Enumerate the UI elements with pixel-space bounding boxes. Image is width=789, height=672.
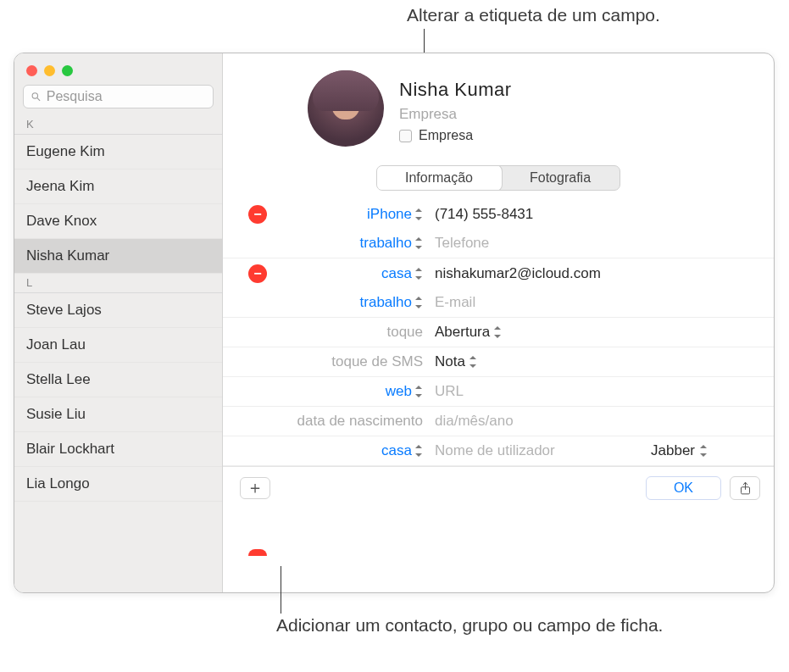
popup-arrows-icon [414,386,423,397]
search-box[interactable] [23,85,214,108]
remove-email-button[interactable]: − [248,264,267,283]
callout-bottom-line [281,566,281,614]
tab-info[interactable]: Informação [376,165,502,191]
texttone-value[interactable]: Nota [426,353,757,370]
label-popup-iphone[interactable]: iPhone [274,206,426,223]
email-work-value[interactable]: E-mail [426,294,757,311]
popup-arrows-icon [493,326,502,338]
ok-button[interactable]: OK [646,476,721,500]
popup-arrows-icon [469,356,477,368]
im-placeholder: Nome de utilizador [435,442,555,459]
label-popup-phone-work[interactable]: trabalho [274,235,426,252]
sidebar: K Eugene Kim Jeena Kim Dave Knox Nisha K… [14,53,223,592]
label-iphone-text: iPhone [367,206,412,223]
contact-row-steve-lajos[interactable]: Steve Lajos [14,293,222,328]
search-icon [31,91,42,103]
svg-point-0 [32,93,37,98]
label-popup-im[interactable]: casa [274,442,426,459]
window-controls [14,53,222,85]
contact-row-dave-knox[interactable]: Dave Knox [14,204,222,239]
contact-row-lia-longo[interactable]: Lia Longo [14,467,222,502]
label-web-text: web [386,383,412,400]
im-service-popup[interactable]: Jabber [651,442,708,459]
field-row-email-home: − casa nishakumar2@icloud.com [223,258,774,288]
remove-spacer [248,293,267,312]
section-header-k: K [14,115,222,135]
phone-iphone-value[interactable]: (714) 555-8431 [426,206,757,223]
label-popup-email-home[interactable]: casa [274,265,426,282]
share-button[interactable] [730,476,760,500]
contact-row-eugene-kim[interactable]: Eugene Kim [14,135,222,169]
email-home-text: nishakumar2@icloud.com [435,265,601,282]
fields-list: − iPhone (714) 555-8431 trabalho Telefon… [223,199,774,592]
close-window-button[interactable] [26,65,37,76]
contact-row-nisha-kumar[interactable]: Nisha Kumar [14,239,222,274]
ringtone-text: Abertura [435,324,490,341]
texttone-text: Nota [435,353,465,370]
tab-photo[interactable]: Fotografia [501,166,620,190]
label-birthday: data de nascimento [274,413,426,430]
add-button[interactable]: ＋ [240,477,270,499]
contact-row-blair-lockhart[interactable]: Blair Lockhart [14,432,222,467]
fullscreen-window-button[interactable] [62,65,73,76]
company-field[interactable]: Empresa [399,106,512,123]
popup-arrows-icon [414,297,423,308]
label-email-work-text: trabalho [360,294,412,311]
search-container [14,85,222,115]
contact-name[interactable]: Nisha Kumar [399,79,512,101]
search-input[interactable] [47,89,206,104]
im-value[interactable]: Nome de utilizador Jabber [426,442,757,459]
tabs-segmented-control: Informação Fotografia [376,165,620,191]
web-placeholder: URL [435,383,464,400]
label-phone-work-text: trabalho [360,235,412,252]
label-popup-email-work[interactable]: trabalho [274,294,426,311]
field-row-email-work: trabalho E-mail [223,288,774,318]
remove-spacer [248,323,267,342]
remove-spacer [248,442,267,460]
field-row-phone-work: trabalho Telefone [223,229,774,258]
field-row-birthday: data de nascimento dia/mês/ano [223,407,774,436]
label-ringtone: toque [274,324,426,341]
label-ringtone-text: toque [386,324,423,341]
contact-list[interactable]: K Eugene Kim Jeena Kim Dave Knox Nisha K… [14,115,222,592]
birthday-placeholder: dia/mês/ano [435,413,514,430]
im-service-text: Jabber [651,442,695,459]
popup-arrows-icon [414,268,423,280]
contact-row-joan-lau[interactable]: Joan Lau [14,328,222,363]
contact-row-jeena-kim[interactable]: Jeena Kim [14,169,222,204]
birthday-value[interactable]: dia/mês/ano [426,413,757,430]
popup-arrows-icon [414,445,423,457]
company-checkbox-label: Empresa [419,128,473,143]
remove-spacer [248,382,267,401]
email-home-value[interactable]: nishakumar2@icloud.com [426,265,757,282]
callout-bottom-label: Adicionar um contacto, grupo ou campo de… [276,614,663,637]
remove-spacer [248,234,267,253]
web-value[interactable]: URL [426,383,757,400]
label-birthday-text: data de nascimento [297,413,423,430]
remove-spacer [248,353,267,371]
avatar[interactable] [308,70,384,147]
tabs-row: Informação Fotografia [223,155,774,199]
label-texttone: toque de SMS [274,353,426,370]
contacts-window: K Eugene Kim Jeena Kim Dave Knox Nisha K… [14,53,775,593]
label-texttone-text: toque de SMS [331,353,423,370]
section-header-l: L [14,274,222,293]
field-row-ringtone: toque Abertura [223,318,774,347]
contact-row-stella-lee[interactable]: Stella Lee [14,363,222,397]
contact-row-susie-liu[interactable]: Susie Liu [14,397,222,432]
phone-work-value[interactable]: Telefone [426,235,757,252]
label-popup-web[interactable]: web [274,383,426,400]
company-checkbox[interactable] [399,130,412,142]
remove-button-partial-icon[interactable] [248,549,267,556]
svg-line-1 [37,98,40,101]
remove-phone-button[interactable]: − [248,205,267,224]
popup-arrows-icon [414,208,423,220]
minimize-window-button[interactable] [44,65,55,76]
label-email-home-text: casa [381,265,412,282]
ringtone-value[interactable]: Abertura [426,324,757,341]
phone-work-placeholder: Telefone [435,235,489,252]
popup-arrows-icon [414,237,423,249]
field-row-web: web URL [223,377,774,407]
field-row-phone-iphone: − iPhone (714) 555-8431 [223,199,774,229]
share-icon [739,480,752,496]
